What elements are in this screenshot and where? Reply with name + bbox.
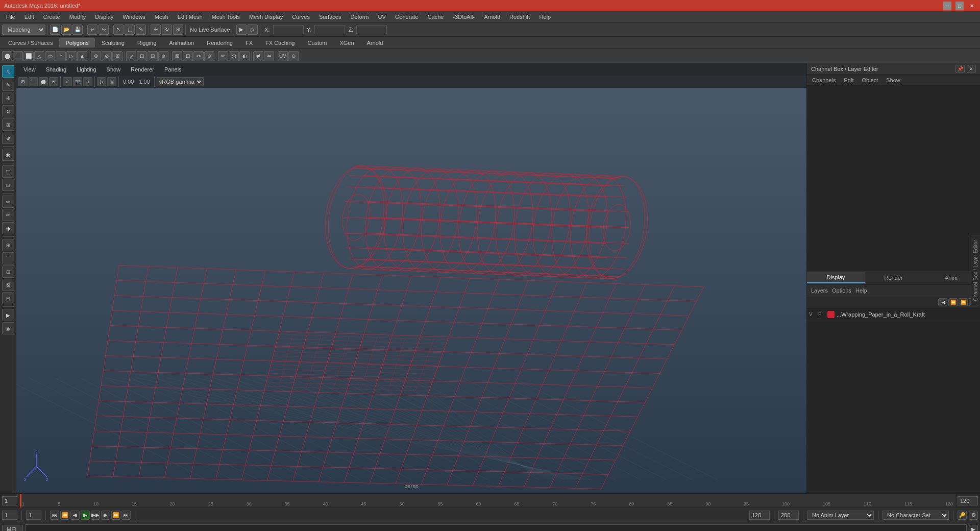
play-button[interactable]: ▶ [81, 511, 90, 520]
auto-key-button[interactable]: 🔑 [958, 511, 967, 520]
layer-playback[interactable]: P [818, 311, 825, 317]
playhead[interactable] [20, 494, 21, 508]
vp-grid-btn[interactable]: # [63, 77, 72, 86]
menu-create[interactable]: Create [39, 13, 64, 21]
pyramid-tool[interactable]: ▲ [77, 51, 87, 61]
menu-modify[interactable]: Modify [65, 13, 90, 21]
cylinder-tool[interactable]: ⬜ [23, 51, 34, 61]
vertex-color[interactable]: ◈ [2, 222, 14, 234]
separate-tool[interactable]: ⊘ [102, 51, 112, 61]
viewport-menu-panels[interactable]: Panels [161, 65, 185, 74]
menu-mesh-display[interactable]: Mesh Display [245, 13, 287, 21]
panel-pin-button[interactable]: 📌 [955, 65, 965, 73]
z-input[interactable] [356, 25, 387, 34]
display-tab[interactable]: Display [807, 272, 865, 283]
vp-solid-btn[interactable]: ⬛ [29, 77, 38, 86]
edge-loop-tool[interactable]: ⊠ [172, 51, 182, 61]
move-tool-left[interactable]: ✛ [2, 92, 14, 104]
tab-animation[interactable]: Animation [163, 38, 200, 47]
snap-surface[interactable]: ⊠ [2, 279, 14, 291]
fill-hole-tool[interactable]: ⊛ [158, 51, 168, 61]
end-frame-input[interactable] [958, 496, 978, 505]
rotate-tool-left[interactable]: ↻ [2, 105, 14, 117]
menu-3dto-all[interactable]: -3DtoAll- [449, 13, 479, 21]
tab-xgen[interactable]: XGen [333, 38, 360, 47]
rotate-tool-button[interactable]: ↻ [162, 25, 172, 35]
snap-curve[interactable]: ⌒ [2, 252, 14, 264]
scale-tool-left[interactable]: ⊞ [2, 118, 14, 131]
y-input[interactable] [314, 25, 345, 34]
transfer-tool[interactable]: ⇄ [253, 51, 263, 61]
object-tab[interactable]: Object [859, 76, 881, 84]
extrude-tool[interactable]: ⊡ [137, 51, 147, 61]
menu-mesh[interactable]: Mesh [151, 13, 173, 21]
undo-button[interactable]: ↩ [87, 25, 97, 35]
combine-tool[interactable]: ⊕ [91, 51, 101, 61]
edit-tab[interactable]: Edit [841, 76, 856, 84]
anim-layer-dropdown[interactable]: No Anim Layer [807, 511, 874, 520]
transform-tool-left[interactable]: ⊕ [2, 132, 14, 144]
vp-camera-btn[interactable]: 📷 [73, 77, 82, 86]
mel-run-button[interactable]: ▶ [969, 525, 978, 532]
uv-editor-tool[interactable]: UV [278, 51, 288, 61]
paint-tool-button[interactable]: ✎ [136, 25, 146, 35]
render-region[interactable]: ▶ [2, 309, 14, 321]
settings-button[interactable]: ⚙ [969, 511, 978, 520]
menu-deform[interactable]: Deform [346, 13, 373, 21]
menu-uv[interactable]: UV [374, 13, 389, 21]
viewport-menu-show[interactable]: Show [104, 65, 124, 74]
cone-tool[interactable]: △ [34, 51, 44, 61]
sub-frame-input[interactable] [26, 511, 41, 520]
tab-arnold[interactable]: Arnold [361, 38, 389, 47]
character-set-dropdown[interactable]: No Character Set [883, 511, 949, 520]
tab-custom[interactable]: Custom [302, 38, 333, 47]
range-end2-input[interactable] [778, 511, 799, 520]
layer-visibility[interactable]: V [809, 311, 816, 317]
close-button[interactable]: ✕ [968, 2, 976, 10]
prev-key-button[interactable]: ⏪ [60, 511, 69, 520]
layer-color-swatch[interactable] [827, 311, 835, 318]
next-frame-button[interactable]: ▶ [101, 511, 110, 520]
tab-rigging[interactable]: Rigging [131, 38, 162, 47]
mirror-tool[interactable]: ⇔ [264, 51, 274, 61]
options-tab[interactable]: Options [832, 287, 851, 294]
lasso-tool-button[interactable]: ⬚ [125, 25, 135, 35]
timeline-ruler[interactable]: 1 5 10 15 20 25 30 35 40 45 50 55 60 65 … [20, 494, 955, 508]
layer-play-prev[interactable]: ⏪ [948, 298, 958, 306]
marquee-tool-left[interactable]: □ [2, 179, 14, 191]
tab-polygons[interactable]: Polygons [59, 38, 94, 47]
lasso-tool-left[interactable]: ⬚ [2, 165, 14, 178]
layers-tab[interactable]: Layers [811, 287, 828, 294]
viewport-menu-lighting[interactable]: Lighting [74, 65, 100, 74]
snap-view[interactable]: ⊟ [2, 292, 14, 304]
viewport-menu-shading[interactable]: Shading [43, 65, 69, 74]
cube-tool[interactable]: ⬛ [13, 51, 23, 61]
gamma-dropdown[interactable]: sRGB gamma Linear [157, 77, 204, 86]
soft-select-tool[interactable]: ◉ [2, 149, 14, 161]
tab-fx-caching[interactable]: FX Caching [259, 38, 301, 47]
redo-button[interactable]: ↪ [99, 25, 109, 35]
show-tab[interactable]: Show [883, 76, 903, 84]
menu-file[interactable]: File [2, 13, 19, 21]
select-tool-button[interactable]: ↖ [113, 25, 124, 35]
play-begin-button[interactable]: ⏮ [50, 511, 59, 520]
paint-select-tool[interactable]: ✎ [2, 79, 14, 91]
current-frame-input[interactable] [2, 511, 17, 520]
move-tool-button[interactable]: ✛ [151, 25, 161, 35]
sphere-tool[interactable]: ⬤ [2, 51, 12, 61]
sculpt-tool[interactable]: ✑ [218, 51, 228, 61]
render-button[interactable]: ▶ [236, 25, 247, 35]
prev-frame-button[interactable]: ◀ [70, 511, 80, 520]
menu-generate[interactable]: Generate [391, 13, 423, 21]
x-input[interactable] [273, 25, 304, 34]
menu-edit[interactable]: Edit [20, 13, 38, 21]
menu-cache[interactable]: Cache [424, 13, 448, 21]
layer-play-next[interactable]: ⏩ [959, 298, 968, 306]
tab-curves-surfaces[interactable]: Curves / Surfaces [2, 38, 59, 47]
menu-arnold[interactable]: Arnold [480, 13, 504, 21]
torus-tool[interactable]: ○ [56, 51, 66, 61]
layer-item[interactable]: V P ...Wrapping_Paper_in_a_Roll_Kraft [807, 308, 980, 321]
tab-rendering[interactable]: Rendering [201, 38, 239, 47]
layer-play-begin[interactable]: ⏮ [938, 298, 947, 306]
channel-box-side-tab[interactable]: Channel Box / Layer Editor [971, 235, 980, 306]
